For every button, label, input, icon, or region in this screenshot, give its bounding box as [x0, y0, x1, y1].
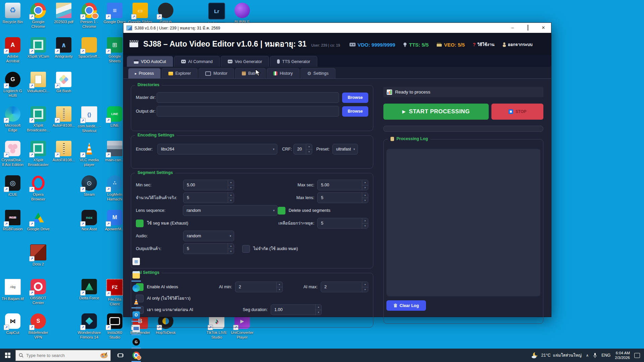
output-count-spinner[interactable]: 5▴▾	[183, 243, 234, 254]
mic-icon[interactable]	[593, 353, 597, 358]
taskbar-icon-vlc[interactable]	[128, 295, 144, 308]
unlimited-checkbox[interactable]	[242, 245, 250, 253]
max-sec-spinner[interactable]: 5.00▴▾	[317, 180, 368, 190]
opera-browser-icon: ↗	[31, 175, 46, 191]
language-indicator[interactable]: ENG	[601, 353, 610, 358]
taskbar-icon-logitech-g[interactable]: G	[128, 335, 144, 349]
start-processing-button[interactable]: ▶ START PROCESSING	[383, 104, 489, 120]
desktop-icon-autofill108[interactable]: ↗AutoFill108...	[52, 141, 76, 163]
taskbar-icon-outlook[interactable]: O	[128, 308, 144, 322]
desktop-icon-202503-pdf[interactable]: 202503.pdf	[52, 3, 76, 24]
tab-batch[interactable]: Batch	[235, 68, 266, 78]
preset-select[interactable]: ultrafast▾	[332, 144, 358, 155]
desktop-icon-person-1-chrome[interactable]: ↗Person 1 - Chrome	[77, 3, 101, 29]
desktop-icon-microsoft-edge[interactable]: ↗Microsoft Edge	[1, 106, 25, 132]
lens-sequence-select[interactable]: random▾	[183, 205, 277, 216]
log-output[interactable]	[386, 149, 540, 296]
desktop-icon-bitdefender-vpn[interactable]: S↗Bitdefender VPN	[26, 313, 50, 340]
stop-button[interactable]: STOP	[491, 104, 543, 120]
tab-explorer[interactable]: Explorer	[162, 68, 198, 78]
clear-log-button[interactable]: Clear Log	[386, 300, 426, 311]
desktop-icon-insta360-studio[interactable]: ↗Insta360 Studio	[103, 313, 127, 340]
tab-process[interactable]: ▸Process	[128, 68, 161, 78]
desktop-icon-xsplit-vcam[interactable]: ↗XSplit VCam	[26, 37, 50, 59]
spin-down[interactable]: ▾	[306, 149, 312, 155]
tab-vdo-autocut[interactable]: VDO AutoCut	[127, 56, 173, 67]
desktop-icon-logitech-g-hub[interactable]: G↗Logitech G HUB	[1, 72, 25, 98]
task-view-button[interactable]	[113, 349, 128, 362]
taskbar-icon-file-explorer[interactable]	[128, 268, 144, 282]
encoder-select[interactable]: libx264▾	[157, 144, 277, 155]
desktop-icon-opera-browser[interactable]: ↗Opera Browser	[26, 175, 50, 201]
close-button[interactable]: ✕	[536, 23, 551, 33]
exhaust-checkbox[interactable]	[136, 220, 144, 227]
desktop-icon-viduautocl[interactable]: ↗ViduAutoCl...	[26, 72, 50, 94]
desktop-icon-github[interactable]: ↗GitHub	[154, 3, 178, 24]
desktop-icon-git-bash[interactable]: ↗Git Bash	[52, 72, 76, 94]
desktop-icon-vlc-media-player[interactable]: ↗VLC media player	[77, 141, 101, 167]
minimize-button[interactable]: –	[505, 23, 520, 33]
desktop-icon-autofill108[interactable]: ↗AutoFill108...	[52, 106, 76, 128]
desktop-icon-delta-force[interactable]: ↗Delta Force	[77, 279, 101, 301]
desktop-icon-google-chrome[interactable]: ↗Google Chrome	[26, 3, 50, 29]
ai-min-spinner[interactable]: 2▴▾	[235, 282, 283, 292]
max-lens-spinner[interactable]: 5▴▾	[317, 192, 368, 203]
tab-tts-generator[interactable]: TTS Generator	[270, 56, 317, 67]
real-count-spinner[interactable]: 5▴▾	[183, 192, 234, 203]
desktop-icon-antigravity[interactable]: ∧↗Antigravity	[52, 37, 76, 59]
master-dir-input[interactable]	[157, 92, 339, 103]
desktop-icon-th-baijam-ttf[interactable]: AbgTH Baijam.ttf	[1, 279, 25, 301]
output-dir-input[interactable]	[157, 106, 339, 117]
taskbar-icon-store[interactable]: ⊞	[128, 255, 144, 268]
desktop-icon-steam[interactable]: ⊙↗Steam	[77, 175, 101, 197]
desktop-icon-google-docs[interactable]: ≡↗Google Docs	[103, 3, 127, 24]
desktop-icon-dota-2[interactable]: ↗Dota 2	[26, 244, 50, 267]
taskbar-icon-edge[interactable]	[128, 282, 144, 295]
help-link[interactable]: ? วิธีใช้งาน	[473, 41, 494, 48]
logout-link[interactable]: ออกจากระบบ	[502, 41, 533, 48]
weather-widget[interactable]: 21°C แจ่มใสส่วนใหญ่	[531, 352, 582, 359]
crf-spinner[interactable]: 20▴▾	[293, 144, 312, 155]
remain-stop-spinner[interactable]: 5▴▾	[317, 218, 368, 229]
browse-master-button[interactable]: Browse	[342, 93, 368, 103]
maximize-button[interactable]	[520, 23, 536, 33]
ai-max-spinner[interactable]: 2▴▾	[321, 282, 368, 292]
min-sec-spinner[interactable]: 5.00▴▾	[183, 180, 234, 190]
desktop-icon-icue[interactable]: ◎↗iCUE	[1, 175, 25, 197]
spin-up[interactable]: ▴	[306, 144, 312, 149]
desktop-icon-crystaldisk-8-aoi-edition[interactable]: ↗CrystalDisk... 8 Aoi Edition	[1, 141, 25, 167]
tray-chevron-icon[interactable]: ∧	[586, 353, 589, 358]
desktop-icon-obsbot-center[interactable]: ↗OBSBOT Center	[26, 279, 50, 305]
desktop-icon-wondershare-filmora-14[interactable]: ↗Wondershare Filmora 14	[77, 313, 101, 340]
delete-used-checkbox[interactable]	[278, 207, 285, 215]
desktop-icon-google-drive[interactable]: ↗Google Drive	[26, 210, 50, 232]
taskbar-search[interactable]	[15, 350, 111, 361]
desktop-icon-rgbfusion[interactable]: RGB↗RGBFusion	[1, 210, 25, 232]
tab-veo-generator[interactable]: Veo Generator	[221, 56, 269, 67]
outlook-icon: O	[132, 311, 140, 319]
desktop-icon-adobe-acrobat[interactable]: A↗Adobe Acrobat	[1, 37, 25, 63]
desktop-icon-bubble[interactable]: BUBBLE	[230, 3, 254, 24]
desktop-icon-nox-asst[interactable]: nox↗Nox Asst	[77, 210, 101, 232]
desktop-icon-xsplit-broadcaste[interactable]: ↗XSplit Broadcaste...	[26, 106, 50, 132]
audio-select[interactable]: random▾	[183, 231, 234, 241]
desktop-icon-google-slides[interactable]: ▭↗Google Slides	[128, 3, 152, 24]
desktop-icon-xsplit-broadcaster[interactable]: ↗XSplit Broadcaster	[26, 141, 50, 167]
taskbar-icon-monitor-app[interactable]	[128, 322, 144, 335]
seg-duration-spinner[interactable]: 1.00▴▾	[271, 304, 322, 315]
browse-output-button[interactable]: Browse	[342, 106, 368, 117]
search-input[interactable]	[23, 353, 100, 358]
tab-settings[interactable]: ⚙Settings	[301, 68, 335, 78]
tab-monitor[interactable]: Monitor	[199, 68, 234, 78]
notification-icon[interactable]	[634, 353, 640, 358]
desktop-icon-recycle-bin[interactable]: ♻Recycle Bin	[1, 3, 25, 24]
clock[interactable]: 6:04 AM 2/3/2026	[615, 351, 630, 360]
desktop-icon-com-lvedit-shortcut[interactable]: {}↗com.lvedit... - Shortcut	[77, 106, 101, 133]
taskbar-icon-chrome-person[interactable]	[128, 349, 144, 362]
start-button[interactable]	[0, 349, 15, 362]
tab-history[interactable]: History	[267, 68, 300, 78]
tab-ai-command[interactable]: AI Command	[174, 56, 220, 67]
desktop-icon-spacesniff[interactable]: ↗SpaceSniff...	[77, 37, 101, 59]
window-titlebar[interactable]: SJ88 v1.0.6 | User: 239 | หมดอายุ: 31 มี…	[123, 23, 551, 33]
desktop-icon-capcut[interactable]: ⋈↗CapCut	[1, 313, 25, 335]
